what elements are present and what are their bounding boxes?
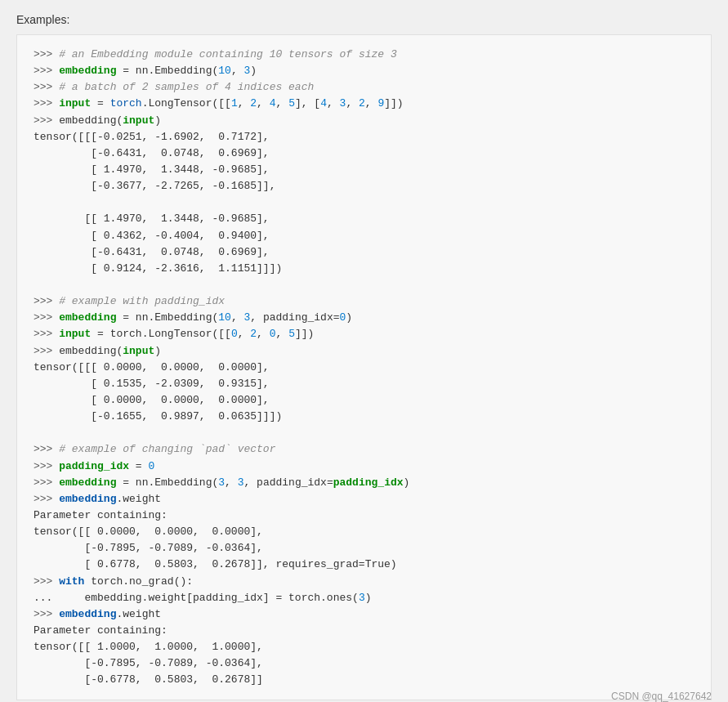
tensor-output-4-label: Parameter containing: — [33, 624, 167, 637]
prompt-7: >>> — [33, 311, 59, 324]
prompt-3: >>> — [33, 81, 59, 93]
prompt-1: >>> — [33, 48, 59, 60]
prompt-2: >>> — [33, 65, 59, 77]
kw-embedding-weight: embedding — [59, 493, 116, 505]
prompt-9: >>> — [33, 345, 59, 357]
prompt-13: >>> — [33, 493, 59, 505]
kw-embedding-weight-2: embedding — [59, 608, 116, 620]
var-input-2: input — [59, 328, 91, 340]
prompt-15: >>> — [33, 608, 59, 620]
prompt-6: >>> — [33, 295, 59, 307]
var-input-1: input — [59, 97, 91, 110]
page-container: Examples: >>> # an Embedding module cont… — [0, 0, 728, 702]
prompt-4: >>> — [33, 97, 59, 110]
prompt-14: >>> — [33, 575, 59, 588]
prompt-12: >>> — [33, 476, 59, 489]
examples-label: Examples: — [16, 13, 712, 26]
comment-4: # example of changing `pad` vector — [59, 443, 275, 455]
var-embedding-2: embedding — [59, 311, 116, 324]
comment-1: # an Embedding module containing 10 tens… — [59, 48, 396, 60]
watermark: CSDN @qq_41627642 — [611, 691, 712, 702]
prompt-10: >>> — [33, 443, 59, 455]
code-block: >>> # an Embedding module containing 10 … — [16, 34, 712, 700]
var-padding-idx: padding_idx — [59, 460, 129, 472]
comment-3: # example with padding_idx — [59, 295, 225, 307]
tensor-output-3: tensor([[ 0.0000, 0.0000, 0.0000], [-0.7… — [33, 525, 397, 570]
var-embedding-3: embedding — [59, 476, 116, 489]
tensor-output-2: tensor([[[ 0.0000, 0.0000, 0.0000], [ 0.… — [33, 361, 282, 423]
tensor-output-3-label: Parameter containing: — [33, 509, 167, 521]
prompt-8: >>> — [33, 328, 59, 340]
tensor-output-1: tensor([[[-0.0251, -1.6902, 0.7172], [-0… — [33, 131, 282, 275]
comment-2: # a batch of 2 samples of 4 indices each — [59, 81, 314, 93]
var-embedding: embedding — [59, 65, 116, 77]
kw-with: with — [59, 575, 84, 588]
prompt-5: >>> — [33, 114, 59, 127]
prompt-11: >>> — [33, 460, 59, 472]
tensor-output-4: tensor([[ 1.0000, 1.0000, 1.0000], [-0.7… — [33, 641, 263, 686]
